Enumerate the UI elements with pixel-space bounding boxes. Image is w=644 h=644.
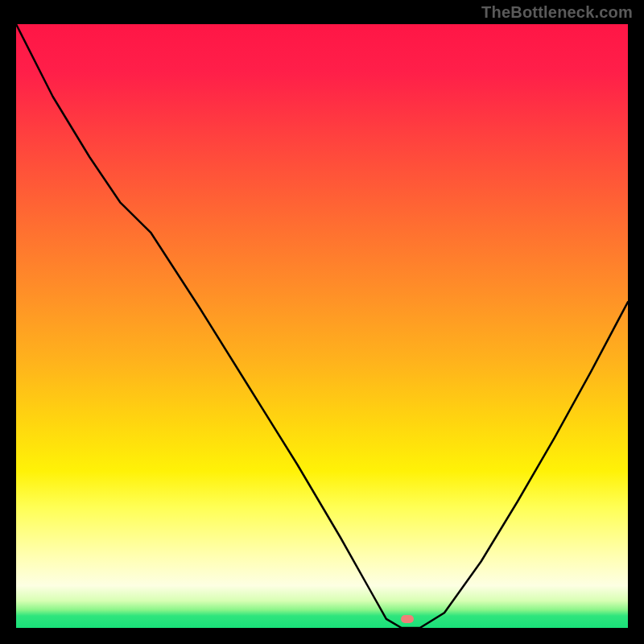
optimal-point-marker: [401, 615, 414, 623]
watermark-text: TheBottleneck.com: [481, 3, 633, 22]
plot-area: [16, 24, 628, 628]
bottleneck-curve: [16, 24, 628, 628]
curve-path: [16, 24, 628, 628]
chart-frame: TheBottleneck.com: [0, 0, 644, 644]
